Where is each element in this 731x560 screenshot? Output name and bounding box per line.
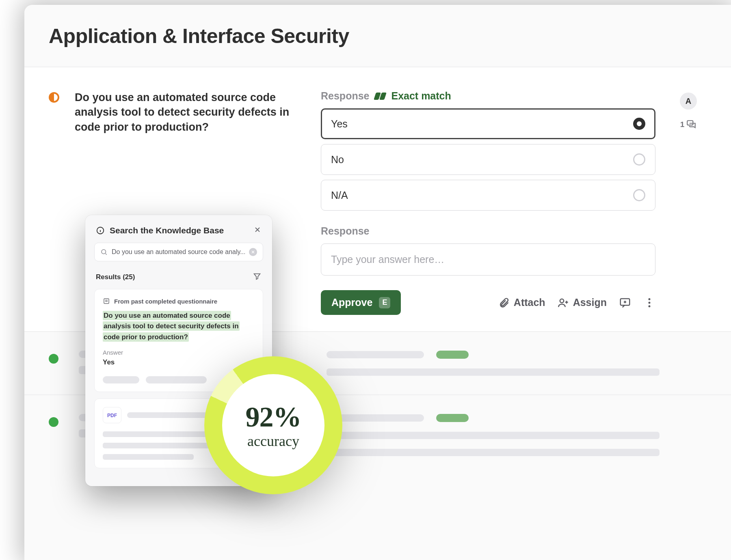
clear-x-icon bbox=[251, 250, 255, 254]
paperclip-icon bbox=[498, 297, 510, 308]
accuracy-sublabel: accuracy bbox=[247, 433, 299, 450]
svg-point-0 bbox=[560, 299, 563, 302]
option-no-label: No bbox=[331, 154, 344, 166]
page-header: Application & Interface Security bbox=[24, 5, 731, 67]
free-response-label: Response bbox=[321, 225, 655, 237]
option-yes-label: Yes bbox=[331, 118, 348, 130]
response-options: Yes No N/A bbox=[321, 108, 655, 211]
approve-button-label: Approve bbox=[331, 297, 372, 308]
add-comment-button[interactable] bbox=[619, 297, 631, 309]
user-plus-icon bbox=[558, 297, 569, 308]
kb-clear-button[interactable] bbox=[249, 248, 257, 256]
kb-answer-label: Answer bbox=[103, 349, 255, 356]
close-icon bbox=[253, 226, 262, 234]
response-column: Response Exact match Yes No N/A bbox=[321, 90, 655, 315]
status-complete-icon bbox=[49, 417, 58, 427]
accuracy-percent: 92% bbox=[246, 401, 301, 433]
questionnaire-icon bbox=[103, 297, 110, 305]
status-partial-icon bbox=[49, 92, 59, 103]
radio-selected-icon bbox=[633, 118, 645, 130]
assign-button[interactable]: Assign bbox=[558, 297, 607, 308]
radio-icon bbox=[633, 153, 645, 166]
attach-button[interactable]: Attach bbox=[498, 297, 545, 308]
exact-match-label: Exact match bbox=[391, 90, 451, 102]
comment-indicator[interactable]: 1 bbox=[680, 119, 697, 130]
exact-match-icon bbox=[375, 93, 385, 100]
attach-label: Attach bbox=[514, 297, 545, 308]
kb-results-count: Results (25) bbox=[96, 273, 135, 281]
svg-point-4 bbox=[649, 305, 651, 307]
kb-search-input[interactable] bbox=[94, 243, 263, 261]
svg-point-2 bbox=[649, 298, 651, 300]
dots-vertical-icon bbox=[643, 297, 655, 309]
svg-point-7 bbox=[102, 250, 106, 254]
comment-plus-icon bbox=[619, 297, 631, 309]
kb-source-label: From past completed questionnaire bbox=[114, 298, 217, 305]
action-row: Approve E Attach Assign bbox=[321, 290, 655, 315]
response-header: Response Exact match bbox=[321, 90, 655, 102]
file-type-label: PDF bbox=[107, 413, 117, 418]
comments-icon bbox=[686, 119, 696, 130]
option-yes[interactable]: Yes bbox=[321, 108, 655, 139]
info-icon bbox=[96, 226, 105, 235]
kb-header: Search the Knowledge Base bbox=[94, 224, 263, 243]
kb-close-button[interactable] bbox=[253, 226, 262, 235]
status-complete-icon bbox=[49, 354, 58, 364]
page-title: Application & Interface Security bbox=[49, 24, 707, 48]
kb-title: Search the Knowledge Base bbox=[110, 226, 249, 235]
avatar-initial: A bbox=[686, 97, 691, 106]
avatar[interactable]: A bbox=[680, 93, 697, 110]
option-na-label: N/A bbox=[331, 190, 348, 201]
approve-button[interactable]: Approve E bbox=[321, 290, 401, 315]
assign-label: Assign bbox=[573, 297, 607, 308]
approve-kbd-hint: E bbox=[379, 297, 390, 308]
filter-icon bbox=[253, 272, 262, 281]
response-label: Response bbox=[321, 90, 369, 102]
file-type-chip: PDF bbox=[103, 407, 121, 423]
free-response-input[interactable]: Type your answer here… bbox=[321, 243, 655, 276]
kb-filter-button[interactable] bbox=[253, 272, 262, 282]
kb-search-field[interactable] bbox=[112, 248, 245, 256]
option-na[interactable]: N/A bbox=[321, 180, 655, 211]
status-column bbox=[49, 90, 60, 315]
free-response-placeholder: Type your answer here… bbox=[331, 254, 444, 265]
accuracy-badge: 92% accuracy bbox=[204, 356, 342, 494]
radio-icon bbox=[633, 189, 645, 201]
comment-count: 1 bbox=[680, 120, 685, 129]
meta-column: A 1 bbox=[670, 90, 707, 315]
more-actions-button[interactable] bbox=[643, 297, 655, 309]
svg-point-3 bbox=[649, 302, 651, 304]
kb-results-bar: Results (25) bbox=[94, 261, 263, 289]
option-no[interactable]: No bbox=[321, 144, 655, 175]
kb-result-question: Do you use an automated source code anal… bbox=[103, 310, 255, 342]
search-icon bbox=[100, 248, 108, 256]
accuracy-ring-icon: 92% accuracy bbox=[204, 356, 342, 494]
